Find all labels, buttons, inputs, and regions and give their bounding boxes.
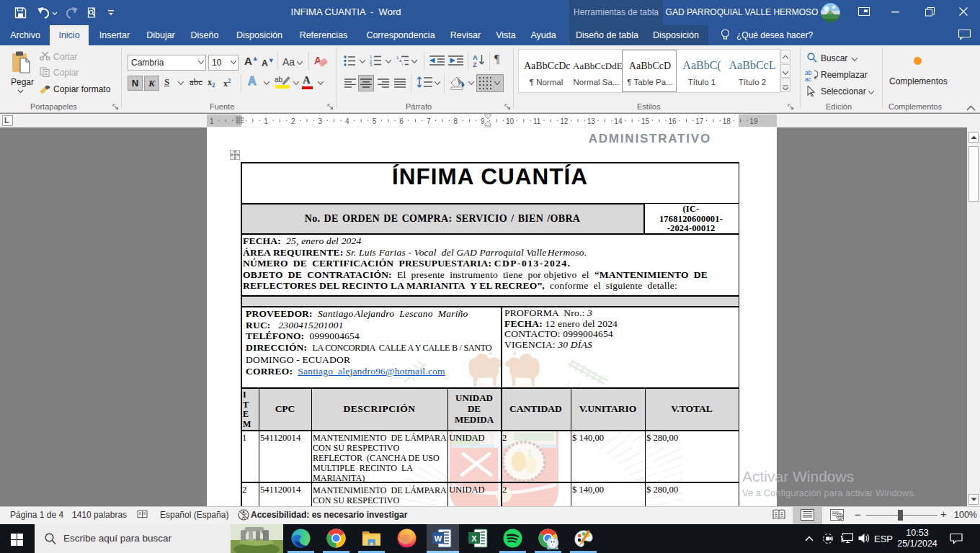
svg-text:3: 3 — [318, 117, 323, 125]
svg-text:3: 3 — [370, 63, 373, 66]
svg-text:8: 8 — [454, 117, 458, 125]
svg-text:ac: ac — [805, 76, 812, 81]
svg-text:7: 7 — [427, 117, 431, 125]
svg-text:19: 19 — [749, 117, 758, 125]
svg-text:17: 17 — [695, 117, 704, 125]
svg-text:11: 11 — [533, 117, 541, 125]
svg-text:10: 10 — [506, 117, 514, 125]
svg-text:14: 14 — [614, 117, 623, 125]
svg-text:16: 16 — [669, 117, 677, 125]
svg-text:18: 18 — [723, 117, 731, 125]
svg-text:1: 1 — [264, 117, 268, 125]
svg-text:4: 4 — [345, 117, 349, 125]
svg-text:2: 2 — [291, 117, 295, 125]
svg-text:i: i — [402, 62, 403, 66]
svg-text:W: W — [435, 534, 442, 543]
svg-text:1: 1 — [210, 117, 214, 125]
svg-text:6: 6 — [399, 117, 404, 125]
svg-text:13: 13 — [587, 117, 596, 125]
svg-text:15: 15 — [641, 117, 650, 125]
svg-text:Z: Z — [473, 60, 477, 68]
svg-text:12: 12 — [560, 117, 569, 125]
svg-text:X: X — [471, 534, 477, 543]
svg-text:5: 5 — [373, 117, 377, 125]
svg-text:ab: ab — [275, 76, 283, 84]
